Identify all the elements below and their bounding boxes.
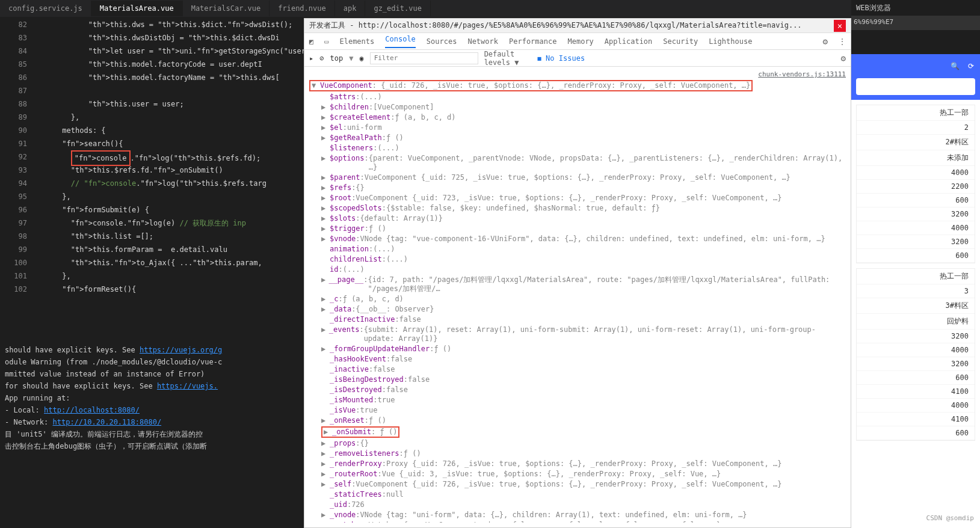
console-prop[interactable]: ▶$getRealPath: ƒ () <box>309 133 846 143</box>
context-select[interactable]: top <box>330 54 343 63</box>
data-card[interactable]: 热工一部22#料区未添加40002200600320040003200600 <box>856 105 975 263</box>
preview-sidebar: WEB浏览器 6%96%99%E7 🔍 ⟳ 热工一部22#料区未添加400022… <box>851 0 980 528</box>
console-prop[interactable]: ▼VueComponent: {_uid: 726, _isVue: true,… <box>309 79 846 92</box>
line-numbers: 8283848586878889909192939495969798991001… <box>0 17 36 339</box>
console-prop[interactable]: _directInactive: false <box>309 315 846 325</box>
console-prop[interactable]: ▶__page__: {id: 7, path: "/pages/加料管理/lq… <box>309 275 846 294</box>
console-prop[interactable]: ▶_onReset: ƒ () <box>309 416 846 426</box>
console-prop[interactable]: ▶$trigger: ƒ () <box>309 224 846 234</box>
eye-icon[interactable]: ◉ <box>359 54 363 63</box>
devtools-titlebar: 开发者工具 - http://localhost:8080/#/pages/%E… <box>304 19 851 33</box>
console-prop[interactable]: _staticTrees: null <box>309 490 846 500</box>
preview-search <box>851 78 980 100</box>
card-row: 2200 <box>857 180 975 194</box>
preview-content[interactable]: 热工一部22#料区未添加40002200600320040003200600热工… <box>851 105 980 441</box>
card-row: 3200 <box>857 235 975 249</box>
console-prop[interactable]: ▶_renderProxy: Proxy {_uid: 726, _isVue:… <box>309 459 846 469</box>
console-prop[interactable]: ▶$root: VueComponent {_uid: 723, _isVue:… <box>309 193 846 203</box>
console-prop[interactable]: ▶_props: {} <box>309 438 846 449</box>
console-prop[interactable]: ▶_routerRoot: Vue {_uid: 3, _isVue: true… <box>309 469 846 479</box>
console-prop[interactable]: ▶_events: {submit: Array(1), reset: Arra… <box>309 325 846 344</box>
console-prop[interactable]: animation: (...) <box>309 244 846 254</box>
console-prop[interactable]: _isVue: true <box>309 405 846 416</box>
card-row: 4100 <box>857 385 975 399</box>
console-prop[interactable]: ▶_formGroupUpdateHandler: ƒ () <box>309 344 846 354</box>
console-prop[interactable]: childrenList: (...) <box>309 254 846 265</box>
tab-materials-area[interactable]: MaterialsArea.vue <box>91 1 183 16</box>
console-prop[interactable]: ▶_removeListeners: ƒ () <box>309 449 846 459</box>
log-levels[interactable]: Default levels ▼ <box>484 50 531 67</box>
tab-gz-edit[interactable]: gz_edit.vue <box>365 1 430 16</box>
preview-url: 6%96%99%E7 <box>851 16 980 30</box>
source-link[interactable]: chunk-vendors.js:13111 <box>758 70 846 79</box>
clear-icon[interactable]: ⊘ <box>319 54 324 63</box>
console-prop[interactable]: ▶_self: VueComponent {_uid: 726, _isVue:… <box>309 479 846 490</box>
console-prop[interactable]: ▶$el: uni-form <box>309 123 846 133</box>
code-editor[interactable]: 8283848586878889909192939495969798991001… <box>0 17 304 339</box>
terminal-output[interactable]: should have explicit keys. See https://v… <box>0 339 304 528</box>
console-prop[interactable]: _isMounted: true <box>309 395 846 405</box>
chevron-down-icon[interactable]: ▼ <box>349 54 353 63</box>
console-prop[interactable]: ▶$vnode: VNode {tag: "vue-component-16-V… <box>309 234 846 244</box>
console-prop[interactable]: ▶$refs: {} <box>309 183 846 193</box>
tab-materials-car[interactable]: MaterialsCar.vue <box>183 1 270 16</box>
tab-performance[interactable]: Performance <box>509 37 556 46</box>
console-prop[interactable]: $attrs: (...) <box>309 92 846 102</box>
tab-friend[interactable]: friend.nvue <box>270 1 334 16</box>
console-prop[interactable]: _inactive: false <box>309 364 846 375</box>
card-row: 3 <box>857 284 975 298</box>
console-prop[interactable]: _isBeingDestroyed: false <box>309 375 846 385</box>
console-prop[interactable]: ▶_watcher: Watcher {vm: VueComponent, de… <box>309 520 846 523</box>
console-prop[interactable]: $listeners: (...) <box>309 143 846 153</box>
card-row: 600 <box>857 249 975 263</box>
console-prop[interactable]: ▶$parent: VueComponent {_uid: 725, _isVu… <box>309 173 846 183</box>
console-gear-icon[interactable]: ⚙ <box>841 54 846 63</box>
issues-badge[interactable]: ◼ No Issues <box>537 54 585 63</box>
close-icon[interactable]: × <box>834 20 846 32</box>
card-row: 4000 <box>857 221 975 235</box>
console-prop[interactable]: _hasHookEvent: false <box>309 354 846 364</box>
console-prop[interactable]: ▶$options: {parent: VueComponent, _paren… <box>309 153 846 173</box>
tab-lighthouse[interactable]: Lighthouse <box>709 37 752 46</box>
console-prop[interactable]: ▶$createElement: ƒ (a, b, c, d) <box>309 112 846 123</box>
card-row: 600 <box>857 371 975 385</box>
tab-console[interactable]: Console <box>385 35 416 48</box>
tab-memory[interactable]: Memory <box>567 37 593 46</box>
refresh-icon[interactable]: ⟳ <box>968 62 974 70</box>
tab-elements[interactable]: Elements <box>339 37 374 46</box>
console-prop[interactable]: _uid: 726 <box>309 500 846 510</box>
console-prop[interactable]: id: (...) <box>309 265 846 275</box>
gear-icon[interactable]: ⚙ <box>823 37 828 46</box>
card-row: 4000 <box>857 399 975 413</box>
console-prop[interactable]: _isDestroyed: false <box>309 385 846 395</box>
tab-apk[interactable]: apk <box>335 1 366 16</box>
search-icon[interactable]: 🔍 <box>951 62 960 70</box>
filter-input[interactable] <box>370 52 478 64</box>
console-prop[interactable]: ▶_vnode: VNode {tag: "uni-form", data: {… <box>309 510 846 520</box>
tab-security[interactable]: Security <box>663 37 698 46</box>
console-prop[interactable]: ▶_data: {__ob__: Observer} <box>309 304 846 315</box>
tab-config[interactable]: config.service.js <box>0 1 91 16</box>
console-output[interactable]: chunk-vendors.js:13111▼VueComponent: {_u… <box>304 67 851 523</box>
card-row: 3#料区 <box>857 298 975 314</box>
tab-network[interactable]: Network <box>467 37 498 46</box>
devtools-tabs: ◩ ▭ Elements Console Sources Network Per… <box>304 33 851 50</box>
card-row: 3200 <box>857 207 975 221</box>
console-prop[interactable]: ▶$children: [VueComponent] <box>309 102 846 112</box>
tab-application[interactable]: Application <box>605 37 652 46</box>
console-prop[interactable]: ▶_onSubmit: ƒ () <box>309 426 846 438</box>
watermark: CSDN @somdip <box>926 514 974 522</box>
console-prop[interactable]: ▶$scopedSlots: {$stable: false, $key: un… <box>309 203 846 213</box>
device-icon[interactable]: ▭ <box>324 37 328 46</box>
search-input[interactable] <box>856 78 975 95</box>
console-prop[interactable]: ▶_c: ƒ (a, b, c, d) <box>309 294 846 304</box>
card-row: 600 <box>857 194 975 207</box>
inspect-icon[interactable]: ◩ <box>309 37 313 46</box>
more-icon[interactable]: ⋮ <box>839 37 846 46</box>
card-row: 2 <box>857 121 975 135</box>
code-content[interactable]: "th">this.dws = "th">this.$dict."fn">dws… <box>36 17 304 339</box>
tab-sources[interactable]: Sources <box>427 37 457 46</box>
console-prop[interactable]: ▶$slots: {default: Array(1)} <box>309 213 846 224</box>
data-card[interactable]: 热工一部33#料区回炉料3200400032006004100400041006… <box>856 268 975 441</box>
sidebar-toggle-icon[interactable]: ▸ <box>309 54 313 63</box>
